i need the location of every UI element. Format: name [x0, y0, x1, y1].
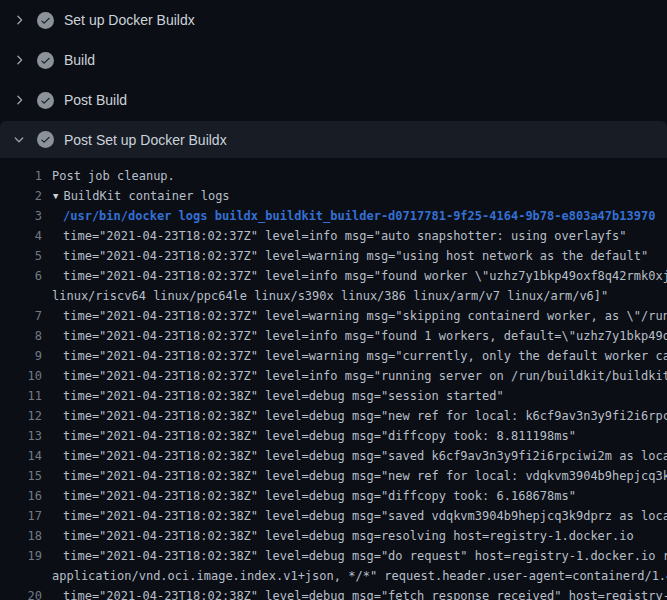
line-number[interactable]: 14: [0, 449, 42, 463]
line-number[interactable]: 9: [0, 349, 42, 363]
line-number[interactable]: 8: [0, 329, 42, 343]
log-line: 5 time="2021-04-23T18:02:37Z" level=warn…: [0, 246, 667, 266]
log-text: time="2021-04-23T18:02:38Z" level=debug …: [63, 409, 667, 423]
step-row-post-build[interactable]: Post Build: [0, 80, 667, 120]
step-list: Set up Docker Buildx Build Post Build Po…: [0, 0, 667, 158]
line-number[interactable]: 13: [0, 429, 42, 443]
log-line: 19 time="2021-04-23T18:02:38Z" level=deb…: [0, 546, 667, 566]
line-number[interactable]: 15: [0, 469, 42, 483]
step-row-set-up-docker-buildx[interactable]: Set up Docker Buildx: [0, 0, 667, 40]
log-text: linux/riscv64 linux/ppc64le linux/s390x …: [52, 289, 608, 303]
log-line: 10 time="2021-04-23T18:02:37Z" level=inf…: [0, 366, 667, 386]
log-text: time="2021-04-23T18:02:38Z" level=debug …: [63, 509, 667, 523]
log-text: time="2021-04-23T18:02:38Z" level=debug …: [63, 449, 667, 463]
log-text: time="2021-04-23T18:02:38Z" level=debug …: [63, 489, 576, 503]
log-line: 1 Post job cleanup.: [0, 166, 667, 186]
log-line: 3 /usr/bin/docker logs buildx_buildkit_b…: [0, 206, 667, 226]
log-line: 9 time="2021-04-23T18:02:37Z" level=warn…: [0, 346, 667, 366]
line-number[interactable]: 4: [0, 229, 42, 243]
line-number[interactable]: 6: [0, 269, 42, 283]
line-number[interactable]: 7: [0, 309, 42, 323]
step-title: Build: [64, 53, 95, 67]
log-text: time="2021-04-23T18:02:38Z" level=debug …: [63, 389, 504, 403]
log-line: 8 time="2021-04-23T18:02:37Z" level=info…: [0, 326, 667, 346]
log-text: time="2021-04-23T18:02:37Z" level=warnin…: [63, 249, 648, 263]
log-line: 6 time="2021-04-23T18:02:37Z" level=info…: [0, 266, 667, 286]
step-title: Post Build: [64, 93, 127, 107]
log-text: time="2021-04-23T18:02:38Z" level=debug …: [63, 529, 634, 543]
log-text: Post job cleanup.: [52, 169, 175, 183]
log-area: 1 Post job cleanup. 2 ▼ BuildKit contain…: [0, 158, 667, 600]
log-line: 14 time="2021-04-23T18:02:38Z" level=deb…: [0, 446, 667, 466]
step-row-post-set-up-docker-buildx[interactable]: Post Set up Docker Buildx: [0, 121, 667, 158]
line-number[interactable]: 3: [0, 209, 42, 223]
log-line: 2 ▼ BuildKit container logs: [0, 186, 667, 206]
check-circle-icon: [37, 92, 54, 109]
log-line: 17 time="2021-04-23T18:02:38Z" level=deb…: [0, 506, 667, 526]
line-number[interactable]: 10: [0, 369, 42, 383]
log-line: 7 time="2021-04-23T18:02:37Z" level=warn…: [0, 306, 667, 326]
check-circle-icon: [37, 131, 54, 148]
log-text: time="2021-04-23T18:02:37Z" level=info m…: [63, 229, 627, 243]
chevron-down-icon: [12, 133, 26, 147]
log-line: 15 time="2021-04-23T18:02:38Z" level=deb…: [0, 466, 667, 486]
log-text: time="2021-04-23T18:02:38Z" level=debug …: [63, 469, 667, 483]
log-text: time="2021-04-23T18:02:38Z" level=debug …: [63, 589, 667, 600]
log-text: time="2021-04-23T18:02:37Z" level=warnin…: [63, 349, 667, 363]
log-line: linux/riscv64 linux/ppc64le linux/s390x …: [0, 286, 667, 306]
log-text: time="2021-04-23T18:02:37Z" level=warnin…: [63, 309, 667, 323]
step-title: Set up Docker Buildx: [64, 13, 195, 27]
chevron-right-icon: [12, 93, 26, 107]
log-text: time="2021-04-23T18:02:37Z" level=info m…: [63, 329, 667, 343]
log-line: 4 time="2021-04-23T18:02:37Z" level=info…: [0, 226, 667, 246]
line-number[interactable]: 20: [0, 589, 42, 600]
line-number[interactable]: 17: [0, 509, 42, 523]
actions-log-viewer: Set up Docker Buildx Build Post Build Po…: [0, 0, 667, 600]
log-line: 16 time="2021-04-23T18:02:38Z" level=deb…: [0, 486, 667, 506]
step-title: Post Set up Docker Buildx: [64, 133, 227, 147]
group-expander-icon[interactable]: ▼: [53, 191, 58, 201]
log-line: 11 time="2021-04-23T18:02:38Z" level=deb…: [0, 386, 667, 406]
chevron-right-icon: [12, 53, 26, 67]
log-line: 13 time="2021-04-23T18:02:38Z" level=deb…: [0, 426, 667, 446]
line-number[interactable]: 1: [0, 169, 42, 183]
step-row-build[interactable]: Build: [0, 40, 667, 80]
log-text: application/vnd.oci.image.index.v1+json,…: [52, 569, 667, 583]
log-line: 20 time="2021-04-23T18:02:38Z" level=deb…: [0, 586, 667, 600]
log-line: 18 time="2021-04-23T18:02:38Z" level=deb…: [0, 526, 667, 546]
log-line: application/vnd.oci.image.index.v1+json,…: [0, 566, 667, 586]
line-number[interactable]: 5: [0, 249, 42, 263]
line-number[interactable]: 16: [0, 489, 42, 503]
log-text: BuildKit container logs: [63, 189, 229, 203]
log-text: time="2021-04-23T18:02:37Z" level=info m…: [63, 369, 667, 383]
log-text: /usr/bin/docker logs buildx_buildkit_bui…: [63, 209, 655, 223]
line-number[interactable]: 2: [0, 189, 42, 203]
chevron-right-icon: [12, 13, 26, 27]
log-line: 12 time="2021-04-23T18:02:38Z" level=deb…: [0, 406, 667, 426]
check-circle-icon: [37, 12, 54, 29]
line-number[interactable]: 12: [0, 409, 42, 423]
line-number[interactable]: 18: [0, 529, 42, 543]
line-number[interactable]: 11: [0, 389, 42, 403]
log-text: time="2021-04-23T18:02:37Z" level=info m…: [63, 269, 667, 283]
log-text: time="2021-04-23T18:02:38Z" level=debug …: [63, 549, 667, 563]
check-circle-icon: [37, 52, 54, 69]
log-text: time="2021-04-23T18:02:38Z" level=debug …: [63, 429, 576, 443]
line-number[interactable]: 19: [0, 549, 42, 563]
